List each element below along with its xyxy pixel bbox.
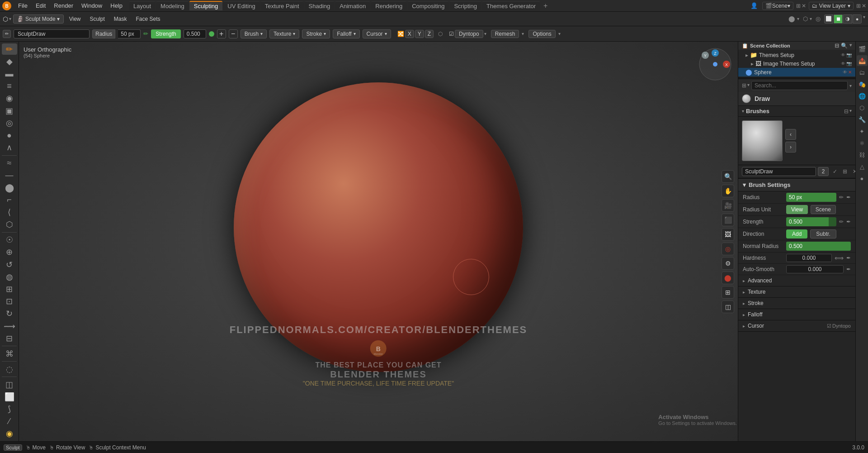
- clay-strips-btn[interactable]: ≡: [2, 81, 17, 92]
- scene-props-icon[interactable]: 🎭: [857, 79, 868, 90]
- strength-value[interactable]: 0.500: [184, 29, 206, 38]
- brush-dropdown[interactable]: Brush: [241, 29, 267, 38]
- grid-view-btn[interactable]: ⬛: [722, 214, 734, 226]
- pose-btn[interactable]: ⊞: [2, 283, 17, 295]
- extra-btn[interactable]: ◫: [722, 300, 734, 313]
- view3d-btn[interactable]: 🎥: [722, 199, 734, 212]
- pressure-radius-icon[interactable]: ✏: [143, 30, 148, 37]
- scene-expand-icon[interactable]: ⊞: [796, 3, 801, 9]
- thumb-btn[interactable]: ◍: [2, 271, 17, 282]
- brushes-section-header[interactable]: ▾ Brushes ⊟ ▾: [738, 106, 855, 117]
- img-visibility-icon[interactable]: 👁: [841, 61, 845, 66]
- strength-btn[interactable]: Strength: [151, 29, 180, 38]
- wire-shading[interactable]: ⬜: [824, 14, 833, 24]
- image-btn[interactable]: 🖼: [722, 228, 734, 241]
- hardness-resize-icon[interactable]: ⟺: [835, 254, 844, 262]
- outliner-search-icon[interactable]: 🔍: [841, 43, 848, 49]
- zoom-in-btn[interactable]: 🔍: [722, 170, 734, 183]
- strength-pen2-icon[interactable]: ✒: [846, 219, 851, 225]
- editor-type-arrow[interactable]: ▾: [9, 16, 11, 21]
- sculpt-mode-selector[interactable]: 🗿 Sculpt Mode ▾: [13, 14, 64, 24]
- brush-settings-section[interactable]: ▾ Brush Settings: [738, 178, 855, 191]
- normal-radius-bar[interactable]: 0.500: [786, 242, 851, 251]
- menu-edit[interactable]: Edit: [32, 1, 49, 10]
- render-props-icon[interactable]: 🎬: [857, 43, 868, 54]
- draw-tool-btn[interactable]: ✏: [2, 43, 17, 55]
- brush-checkmark-btn[interactable]: ✓: [830, 167, 840, 176]
- lasso-mask-btn[interactable]: ⟆: [2, 403, 17, 415]
- tab-shading[interactable]: Shading: [304, 1, 335, 10]
- red-mask-btn[interactable]: ⬤: [722, 272, 734, 284]
- viewport[interactable]: User Orthographic (54) Sphere X Y Z: [19, 42, 738, 441]
- settings-btn[interactable]: ⚙: [722, 257, 734, 270]
- brush-icon-btn[interactable]: ✏: [3, 30, 11, 38]
- strength-pen-icon[interactable]: ✏: [839, 219, 844, 225]
- strength-prop-bar[interactable]: 0.500: [786, 217, 836, 226]
- scene-unit-btn[interactable]: Scene: [811, 205, 836, 214]
- viewlayer-close-icon[interactable]: ✕: [862, 3, 866, 9]
- view-layer-props-icon[interactable]: 🗂: [857, 67, 868, 78]
- modifier-props-icon[interactable]: 🔧: [857, 114, 868, 125]
- outliner-item-sphere[interactable]: ⬤ Sphere 👁 ✕: [738, 68, 855, 76]
- render-shading[interactable]: ●: [853, 14, 862, 24]
- stroke-header[interactable]: ▸ Stroke: [738, 298, 855, 309]
- brushes-options-icon[interactable]: ⊟: [844, 108, 849, 114]
- inflate-btn[interactable]: ◎: [2, 117, 17, 129]
- brush-prev-btn[interactable]: ‹: [785, 129, 796, 140]
- pinch-btn[interactable]: ⬡: [2, 219, 17, 230]
- output-props-icon[interactable]: 📤: [857, 55, 868, 66]
- pan-btn[interactable]: ✋: [722, 185, 734, 197]
- fill-btn[interactable]: ⬤: [2, 182, 17, 193]
- layout-icon-1[interactable]: ⊞: [742, 82, 746, 89]
- box-mask-btn[interactable]: ⬜: [2, 391, 17, 402]
- outliner-filter-icon[interactable]: ⊟: [835, 43, 839, 49]
- radius-prop-bar[interactable]: 50 px: [786, 193, 836, 202]
- options-btn[interactable]: Options: [528, 30, 555, 38]
- options-arrow[interactable]: ▾: [558, 31, 561, 36]
- brush-copy-btn[interactable]: ⊞: [840, 167, 849, 176]
- falloff-header[interactable]: ▸ Falloff: [738, 309, 855, 320]
- stroke-dropdown[interactable]: Stroke: [302, 29, 330, 38]
- remesh-btn[interactable]: Remesh: [491, 30, 519, 38]
- clay-thumb-btn[interactable]: ◉: [2, 93, 17, 104]
- falloff-dropdown[interactable]: Falloff: [333, 29, 359, 38]
- layer-btn[interactable]: ▣: [2, 105, 17, 116]
- boundary-btn[interactable]: ⊟: [2, 333, 17, 344]
- properties-search-input[interactable]: [751, 81, 848, 90]
- sphere-close-icon[interactable]: ✕: [848, 70, 852, 75]
- brush-next-btn[interactable]: ›: [785, 142, 796, 153]
- grab-btn[interactable]: ☉: [2, 234, 17, 246]
- dyntopo-arrow[interactable]: ▾: [484, 31, 486, 36]
- outliner-item-themes-setup[interactable]: ▸ 📁 Themes Setup 👁 📷: [738, 51, 855, 59]
- visibility-icon[interactable]: 👁: [841, 52, 845, 57]
- solid-shading[interactable]: ◼: [834, 14, 843, 24]
- outliner-expand-icon[interactable]: ▾: [849, 43, 852, 49]
- proportional-edit-icon[interactable]: ⬤: [788, 15, 795, 22]
- viewlayer-expand-icon[interactable]: ⊞: [856, 3, 861, 9]
- mask-menu[interactable]: Mask: [110, 15, 131, 23]
- cloth-btn[interactable]: ⌘: [2, 348, 17, 359]
- snapping-icon[interactable]: ⬡: [803, 15, 808, 22]
- brush-close-btn[interactable]: ✕: [850, 167, 855, 176]
- y-symmetry-btn[interactable]: Y: [415, 30, 424, 38]
- outliner-item-image-themes[interactable]: ▸ 🖼 Image Themes Setup 👁 📷: [738, 59, 855, 68]
- scene-selector[interactable]: 🎬 Scene ▾: [762, 2, 793, 10]
- physics-props-icon[interactable]: ⚛: [857, 138, 868, 148]
- slide-relax-btn[interactable]: ⟿: [2, 320, 17, 332]
- x-symmetry-btn[interactable]: X: [405, 30, 414, 38]
- tab-sculpting[interactable]: Sculpting: [189, 1, 222, 10]
- cursor-checkbox[interactable]: ☑: [827, 323, 831, 329]
- search-arrow[interactable]: ▾: [849, 83, 852, 88]
- texture-header[interactable]: ▸ Texture: [738, 286, 855, 297]
- radius-value[interactable]: 50 px: [118, 29, 141, 38]
- subtract-strength-icon[interactable]: −: [229, 29, 238, 38]
- face-sets-menu[interactable]: Face Sets: [132, 15, 164, 23]
- crease-btn[interactable]: ∧: [2, 142, 17, 153]
- blob-btn[interactable]: ●: [2, 129, 17, 141]
- shading-arrow[interactable]: ▾: [863, 14, 865, 24]
- radius-pen2-icon[interactable]: ✒: [846, 194, 851, 200]
- symmetry-more-icon[interactable]: ⬡: [438, 31, 443, 37]
- auto-smooth-pen-icon[interactable]: ✒: [846, 266, 851, 272]
- world-props-icon[interactable]: 🌐: [857, 91, 868, 101]
- user-icon[interactable]: 👤: [749, 1, 760, 10]
